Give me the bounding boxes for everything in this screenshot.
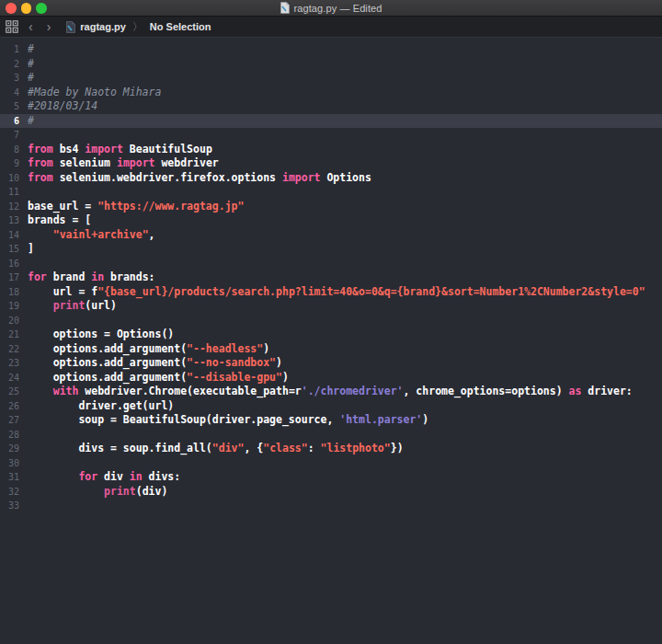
code-text: options.add_argument("--no-sandbox") (28, 356, 282, 371)
code-text: base_url = "https://www.ragtag.jp" (28, 200, 244, 214)
code-line[interactable]: 8from bs4 import BeautifulSoup (0, 143, 662, 157)
python-file-icon (66, 21, 75, 33)
line-number: 28 (0, 428, 28, 443)
code-line[interactable]: 11 (0, 185, 662, 200)
code-line[interactable]: 17for brand in brands: (0, 270, 662, 285)
line-number: 16 (0, 257, 28, 271)
code-line[interactable]: 3# (0, 71, 662, 86)
back-button[interactable]: ‹ (25, 20, 37, 33)
code-text: url = f"{base_url}/products/search.php?l… (28, 285, 645, 300)
code-line[interactable]: 12base_url = "https://www.ragtag.jp" (0, 200, 662, 214)
code-line[interactable]: 23 options.add_argument("--no-sandbox") (0, 356, 662, 371)
code-line[interactable]: 22 options.add_argument("--headless") (0, 342, 662, 357)
forward-button[interactable]: › (43, 20, 55, 33)
code-line[interactable]: 4#Made by Naoto Mihara (0, 86, 662, 100)
code-text: driver.get(url) (28, 399, 174, 414)
code-line[interactable]: 20 (0, 314, 662, 328)
line-number: 8 (0, 143, 28, 157)
related-items-grid-icon[interactable] (6, 20, 18, 33)
code-line[interactable]: 1# (0, 42, 662, 57)
code-line[interactable]: 6# (0, 114, 662, 129)
line-number: 13 (0, 213, 28, 228)
line-number: 25 (0, 385, 28, 399)
line-number: 14 (0, 228, 28, 243)
code-text: for div in divs: (28, 470, 180, 485)
line-number: 6 (0, 114, 28, 129)
code-line[interactable]: 15] (0, 242, 662, 257)
line-number: 29 (0, 442, 28, 456)
jump-bar: ‹ › ragtag.py 〉 No Selection (0, 17, 662, 37)
line-number: 9 (0, 156, 28, 171)
line-number: 23 (0, 356, 28, 371)
breadcrumb-file-name[interactable]: ragtag.py (80, 21, 126, 32)
line-number: 17 (0, 270, 28, 285)
code-text: # (28, 57, 34, 72)
minimize-button[interactable] (21, 3, 32, 14)
line-number: 19 (0, 299, 28, 314)
code-line[interactable]: 21 options = Options() (0, 328, 662, 342)
code-line[interactable]: 25 with webdriver.Chrome(executable_path… (0, 385, 662, 399)
code-line[interactable]: 24 options.add_argument("--disable-gpu") (0, 371, 662, 385)
code-text: print(div) (28, 485, 167, 500)
code-line[interactable]: 13brands = [ (0, 213, 662, 228)
line-number: 21 (0, 328, 28, 342)
code-line[interactable]: 26 driver.get(url) (0, 399, 662, 414)
code-line[interactable]: 2# (0, 57, 662, 72)
code-line[interactable]: 27 soup = BeautifulSoup(driver.page_sour… (0, 413, 662, 428)
code-line[interactable]: 14 "vainl+archive", (0, 228, 662, 243)
code-text: from selenium.webdriver.firefox.options … (28, 171, 371, 186)
line-number: 7 (0, 128, 28, 143)
code-line[interactable]: 33 (0, 499, 662, 513)
code-text: from bs4 import BeautifulSoup (28, 143, 212, 157)
code-text: #Made by Naoto Mihara (28, 86, 161, 100)
code-line[interactable]: 19 print(url) (0, 299, 662, 314)
breadcrumb-separator-icon: 〉 (131, 19, 145, 35)
code-text: ] (28, 242, 34, 257)
line-number: 27 (0, 413, 28, 428)
code-line[interactable]: 10from selenium.webdriver.firefox.option… (0, 171, 662, 186)
line-number: 24 (0, 371, 28, 385)
line-number: 5 (0, 99, 28, 114)
code-text: options.add_argument("--disable-gpu") (28, 371, 289, 385)
line-number: 31 (0, 470, 28, 485)
breadcrumb: ragtag.py 〉 No Selection (66, 19, 211, 35)
code-line[interactable]: 28 (0, 428, 662, 443)
code-text: options.add_argument("--headless") (28, 342, 269, 357)
code-line[interactable]: 29 divs = soup.find_all("div", {"class":… (0, 442, 662, 456)
window-title: ragtag.py — Edited (294, 3, 382, 14)
line-number: 20 (0, 314, 28, 328)
line-number: 18 (0, 285, 28, 300)
code-text: soup = BeautifulSoup(driver.page_source,… (28, 413, 428, 428)
code-line[interactable]: 16 (0, 257, 662, 271)
editor-window: ragtag.py — Edited ‹ › (0, 0, 662, 644)
code-line[interactable]: 31 for div in divs: (0, 470, 662, 485)
code-text: options = Options() (28, 328, 174, 342)
line-number: 32 (0, 485, 28, 500)
code-line[interactable]: 5#2018/03/14 (0, 99, 662, 114)
code-editor[interactable]: 1#2#3#4#Made by Naoto Mihara5#2018/03/14… (0, 37, 662, 644)
code-line[interactable]: 18 url = f"{base_url}/products/search.ph… (0, 285, 662, 300)
code-line[interactable]: 32 print(div) (0, 485, 662, 500)
code-line[interactable]: 7 (0, 128, 662, 143)
line-number: 12 (0, 200, 28, 214)
code-line[interactable]: 30 (0, 456, 662, 471)
zoom-button[interactable] (36, 3, 47, 14)
document-proxy-icon[interactable] (280, 2, 290, 14)
traffic-lights (6, 0, 47, 17)
line-number: 33 (0, 499, 28, 513)
code-text: # (28, 114, 34, 129)
breadcrumb-context[interactable]: No Selection (150, 21, 211, 32)
code-text: divs = soup.find_all("div", {"class": "l… (28, 442, 404, 456)
close-button[interactable] (6, 3, 17, 14)
code-text: brands = [ (28, 213, 91, 228)
code-text: #2018/03/14 (28, 99, 97, 114)
line-number: 15 (0, 242, 28, 257)
code-text: # (28, 71, 34, 86)
line-number: 1 (0, 42, 28, 57)
code-text: print(url) (28, 299, 117, 314)
line-number: 10 (0, 171, 28, 186)
code-text: # (28, 42, 34, 57)
code-line[interactable]: 9from selenium import webdriver (0, 156, 662, 171)
code-text: "vainl+archive", (28, 228, 155, 243)
titlebar: ragtag.py — Edited (0, 0, 662, 17)
